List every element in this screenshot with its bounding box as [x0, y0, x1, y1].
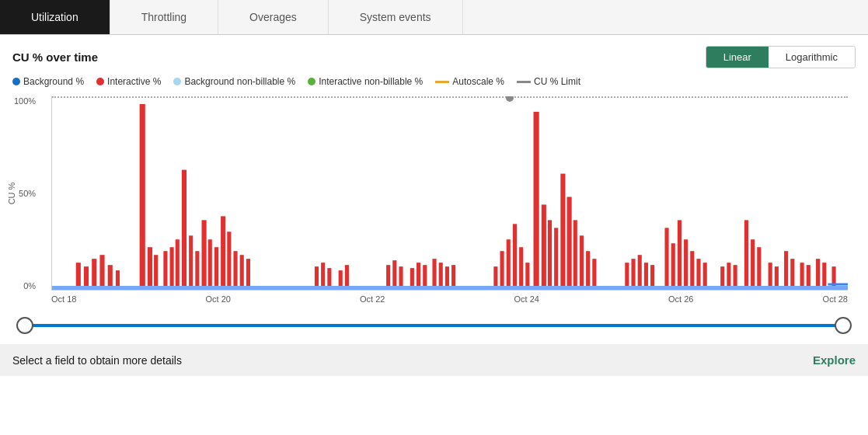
bottom-text: Select a field to obtain more details — [12, 354, 182, 367]
svg-rect-69 — [734, 265, 737, 286]
svg-rect-11 — [170, 247, 174, 286]
slider-thumb-right[interactable] — [835, 317, 852, 334]
svg-rect-81 — [832, 266, 836, 286]
y-label-100: 100% — [14, 96, 36, 106]
svg-rect-32 — [410, 268, 414, 286]
svg-rect-43 — [519, 247, 523, 286]
logarithmic-button[interactable]: Logarithmic — [769, 47, 855, 68]
tab-utilization[interactable]: Utilization — [0, 0, 110, 34]
svg-rect-22 — [240, 255, 244, 286]
svg-rect-36 — [439, 263, 443, 286]
svg-rect-42 — [513, 224, 517, 286]
svg-rect-80 — [822, 263, 826, 286]
svg-rect-16 — [202, 220, 207, 286]
x-axis: Oct 18 Oct 20 Oct 22 Oct 24 Oct 26 Oct 2… — [51, 291, 848, 304]
chart-title: CU % over time — [12, 50, 98, 64]
svg-rect-60 — [664, 228, 668, 286]
x-label-oct26: Oct 26 — [668, 294, 693, 304]
svg-rect-9 — [154, 255, 158, 286]
legend-autoscale: Autoscale % — [435, 76, 504, 87]
svg-rect-41 — [507, 239, 511, 286]
legend-cu-limit: CU % Limit — [517, 76, 580, 87]
chart-legend: Background % Interactive % Background no… — [12, 76, 856, 87]
svg-rect-47 — [548, 220, 552, 286]
svg-rect-52 — [580, 235, 584, 286]
svg-rect-73 — [769, 263, 772, 286]
tab-system-events[interactable]: System events — [329, 0, 463, 34]
svg-rect-78 — [807, 265, 810, 286]
range-slider[interactable] — [25, 311, 843, 339]
svg-rect-64 — [690, 251, 694, 286]
legend-dash-autoscale — [435, 81, 449, 83]
svg-rect-23 — [246, 259, 250, 286]
svg-rect-68 — [727, 263, 730, 286]
tab-overages[interactable]: Overages — [218, 0, 329, 34]
svg-rect-31 — [399, 266, 403, 286]
explore-button[interactable]: Explore — [813, 353, 856, 367]
legend-dot-interactive — [96, 78, 104, 85]
svg-rect-4 — [99, 255, 104, 286]
x-label-oct28: Oct 28 — [823, 294, 848, 304]
y-axis: 100% 50% 0% — [14, 96, 36, 291]
legend-background: Background % — [12, 76, 84, 87]
legend-dot-int-nonbillable — [308, 78, 315, 85]
legend-interactive-nonbillable: Interactive non-billable % — [308, 76, 423, 87]
legend-dash-cu-limit — [517, 81, 531, 83]
svg-rect-14 — [189, 235, 193, 286]
linear-button[interactable]: Linear — [706, 47, 769, 68]
bars-svg — [52, 96, 848, 290]
svg-rect-56 — [631, 259, 635, 286]
x-label-oct18: Oct 18 — [51, 294, 76, 304]
svg-rect-57 — [638, 255, 642, 286]
svg-rect-45 — [534, 112, 539, 286]
legend-dot-background — [12, 78, 20, 85]
svg-rect-34 — [423, 265, 427, 286]
legend-label-background: Background % — [23, 76, 84, 87]
svg-rect-39 — [493, 266, 497, 286]
svg-rect-46 — [542, 204, 546, 286]
legend-label-autoscale: Autoscale % — [452, 76, 504, 87]
y-label-50: 50% — [19, 189, 36, 198]
svg-rect-61 — [671, 243, 675, 286]
svg-rect-40 — [500, 251, 504, 286]
tabs-bar: Utilization Throttling Overages System e… — [0, 0, 868, 35]
svg-rect-65 — [696, 259, 700, 286]
svg-rect-2 — [84, 266, 89, 286]
svg-rect-33 — [417, 263, 420, 286]
svg-rect-18 — [214, 247, 218, 286]
svg-rect-72 — [757, 247, 761, 286]
svg-rect-35 — [432, 259, 436, 286]
legend-label-cu-limit: CU % Limit — [534, 76, 580, 87]
svg-rect-77 — [800, 263, 804, 286]
svg-rect-24 — [315, 266, 319, 286]
svg-rect-76 — [790, 259, 794, 286]
svg-rect-66 — [703, 263, 707, 286]
svg-rect-50 — [567, 197, 572, 286]
legend-label-interactive: Interactive % — [107, 76, 161, 87]
tab-throttling[interactable]: Throttling — [110, 0, 218, 34]
svg-rect-10 — [163, 251, 167, 286]
svg-rect-63 — [684, 239, 688, 286]
svg-rect-28 — [345, 265, 349, 286]
svg-rect-54 — [592, 259, 596, 286]
legend-label-bg-nonbillable: Background non-billable % — [184, 76, 295, 87]
svg-rect-13 — [182, 170, 186, 286]
svg-rect-21 — [233, 251, 237, 286]
svg-rect-67 — [720, 266, 724, 286]
chart-canvas — [51, 96, 848, 291]
svg-rect-15 — [195, 251, 199, 286]
svg-rect-12 — [176, 239, 180, 286]
svg-rect-29 — [386, 265, 390, 286]
x-label-oct20: Oct 20 — [206, 294, 231, 304]
x-label-oct22: Oct 22 — [360, 294, 385, 304]
slider-thumb-left[interactable] — [16, 317, 33, 334]
slider-track — [25, 324, 843, 327]
chart-area: 100% 50% 0% CU % — [51, 96, 848, 291]
svg-rect-70 — [744, 220, 748, 286]
svg-rect-74 — [775, 266, 779, 286]
svg-rect-71 — [751, 239, 755, 286]
svg-rect-1 — [76, 263, 81, 286]
svg-rect-19 — [221, 216, 225, 286]
svg-rect-26 — [327, 268, 331, 286]
legend-background-nonbillable: Background non-billable % — [173, 76, 295, 87]
